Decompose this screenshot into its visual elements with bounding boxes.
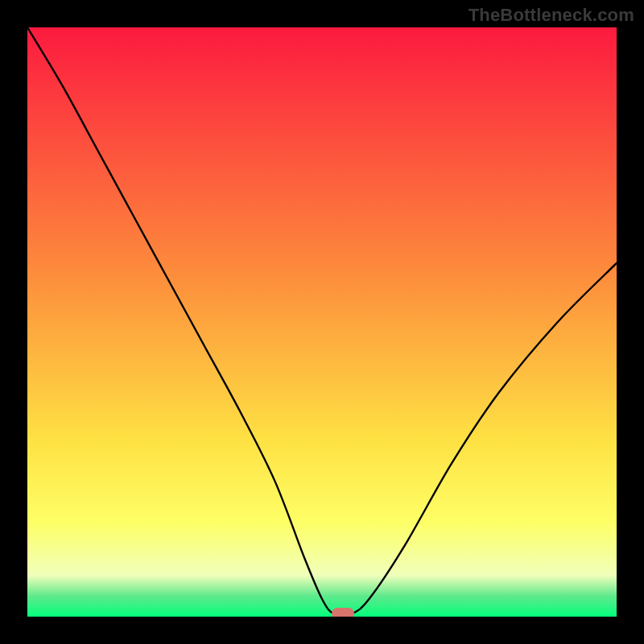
plot-area [27,27,617,617]
chart-svg [27,27,617,617]
gradient-background [27,27,617,617]
watermark-text: TheBottleneck.com [469,5,634,26]
chart-frame: TheBottleneck.com [0,0,644,644]
optimal-marker [332,608,354,617]
